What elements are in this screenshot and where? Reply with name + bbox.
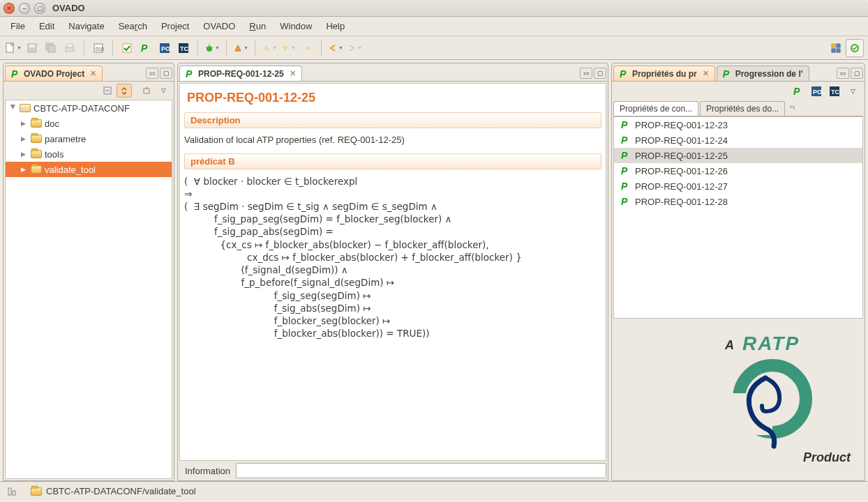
- close-tab-icon[interactable]: ✕: [290, 69, 296, 78]
- tree-item-parametre[interactable]: ▶ parametre: [6, 131, 172, 146]
- property-list-item[interactable]: PPROP-REQ-001-12-23: [614, 117, 862, 132]
- maximize-pane-button[interactable]: ▢: [594, 68, 606, 79]
- menu-help[interactable]: Help: [320, 18, 351, 34]
- menu-window[interactable]: Window: [274, 18, 318, 34]
- svg-point-15: [207, 46, 212, 52]
- save-button: [23, 39, 41, 57]
- close-window-button[interactable]: ✕: [3, 3, 15, 14]
- svg-text:PO: PO: [813, 89, 821, 96]
- more-tabs-label[interactable]: »₁: [786, 101, 798, 112]
- last-edit-button: [298, 39, 316, 57]
- tab-label: Progression de l': [735, 69, 803, 79]
- tree-label: tools: [45, 149, 63, 160]
- property-list-item[interactable]: PPROP-REQ-001-12-28: [614, 194, 862, 209]
- window-titlebar: ✕ – ▢ OVADO: [0, 0, 868, 17]
- logo-ratp: RATP: [742, 333, 800, 355]
- minimize-pane-button[interactable]: ▭: [146, 68, 158, 79]
- tc-button[interactable]: TC: [174, 39, 193, 57]
- twisty-icon[interactable]: ▶: [21, 166, 28, 173]
- twisty-icon[interactable]: ▶: [21, 120, 28, 127]
- property-icon: P: [621, 181, 631, 192]
- tab-label: PROP-REQ-001-12-25: [198, 69, 284, 79]
- property-list-item[interactable]: PPROP-REQ-001-12-24: [614, 132, 862, 148]
- maximize-pane-button[interactable]: ▢: [160, 68, 172, 79]
- nav-down-button: ▼: [279, 39, 297, 57]
- tab-label: OVADO Project: [24, 69, 84, 79]
- tree-label: validate_tool: [45, 165, 96, 175]
- menu-search[interactable]: Search: [112, 18, 154, 34]
- check-button[interactable]: [118, 39, 136, 57]
- subtab-conf-properties[interactable]: Propriétés de con...: [613, 101, 698, 116]
- launch-button[interactable]: ▼: [232, 39, 250, 57]
- new-button[interactable]: ▼: [4, 39, 22, 57]
- tree-item-tools[interactable]: ▶ tools: [6, 146, 172, 162]
- collapse-all-button[interactable]: [100, 84, 115, 98]
- svg-point-19: [309, 47, 311, 49]
- project-tree[interactable]: ▶ CBTC-ATP-DATACONF ▶ doc ▶ parametre ▶ …: [5, 100, 172, 479]
- tab-properties-project[interactable]: P Propriétés du pr ✕: [613, 66, 715, 81]
- tab-ovado-project[interactable]: P OVADO Project ✕: [5, 66, 103, 81]
- status-path-text: CBTC-ATP-DATACONF/validate_tool: [46, 486, 196, 496]
- close-tab-icon[interactable]: ✕: [90, 69, 96, 78]
- forward-button: ▼: [345, 39, 364, 57]
- menu-navigate[interactable]: Navigate: [62, 18, 110, 34]
- property-list-item[interactable]: PPROP-REQ-001-12-25: [614, 148, 862, 163]
- tab-editor[interactable]: P PROP-REQ-001-12-25 ✕: [179, 66, 302, 81]
- focus-task-button[interactable]: [139, 84, 154, 98]
- property-list-label: PROP-REQ-001-12-24: [635, 135, 728, 146]
- tree-item-doc[interactable]: ▶ doc: [6, 116, 172, 131]
- view-menu-button[interactable]: ▽: [156, 84, 171, 98]
- po-button[interactable]: PO: [809, 84, 824, 98]
- info-bar: Information: [179, 462, 606, 479]
- po-button[interactable]: PO: [156, 39, 174, 57]
- minimize-pane-button[interactable]: ▭: [580, 68, 592, 79]
- property-list[interactable]: PPROP-REQ-001-12-23PPROP-REQ-001-12-24PP…: [613, 116, 863, 319]
- info-field[interactable]: [236, 463, 606, 478]
- status-icon[interactable]: [6, 485, 18, 498]
- print-button: [61, 39, 79, 57]
- perspective-green-button[interactable]: [846, 39, 864, 57]
- property-icon: P: [186, 68, 195, 79]
- menu-bar: File Edit Navigate Search Project OVADO …: [0, 17, 868, 36]
- menu-file[interactable]: File: [4, 18, 31, 34]
- menu-ovado[interactable]: OVADO: [197, 18, 241, 34]
- svg-text:TC: TC: [180, 45, 188, 52]
- tc-button[interactable]: TC: [827, 84, 842, 98]
- tree-root[interactable]: ▶ CBTC-ATP-DATACONF: [6, 100, 172, 116]
- tab-progression[interactable]: P Progression de l': [717, 66, 809, 81]
- subtab-data-properties[interactable]: Propriétés des do...: [700, 101, 785, 116]
- menu-project[interactable]: Project: [155, 18, 195, 34]
- logo-a: A: [725, 338, 734, 353]
- status-path: CBTC-ATP-DATACONF/validate_tool: [31, 486, 196, 496]
- property-list-label: PROP-REQ-001-12-25: [635, 151, 728, 161]
- info-label: Information: [179, 466, 236, 476]
- binary-button[interactable]: 010: [89, 39, 107, 57]
- property-icon: P: [621, 135, 631, 146]
- twisty-icon[interactable]: ▶: [21, 135, 28, 142]
- property-list-label: PROP-REQ-001-12-28: [635, 197, 728, 207]
- perspective-button[interactable]: [827, 39, 845, 57]
- bug-button[interactable]: ▼: [203, 39, 221, 57]
- property-list-label: PROP-REQ-001-12-26: [635, 166, 728, 176]
- twisty-icon[interactable]: ▶: [10, 105, 17, 112]
- twisty-icon[interactable]: ▶: [21, 151, 28, 158]
- tree-item-validate-tool[interactable]: ▶ validate_tool: [6, 162, 172, 177]
- maximize-window-button[interactable]: ▢: [34, 3, 45, 14]
- menu-edit[interactable]: Edit: [33, 18, 61, 34]
- menu-run[interactable]: Run: [243, 18, 272, 34]
- view-menu-button[interactable]: ▽: [845, 84, 860, 98]
- prove-button[interactable]: P: [137, 39, 155, 57]
- minimize-pane-button[interactable]: ▭: [837, 68, 849, 79]
- editor-title: PROP-REQ-001-12-25: [180, 84, 606, 109]
- minimize-window-button[interactable]: –: [19, 3, 30, 14]
- back-button[interactable]: ▼: [327, 39, 345, 57]
- link-editor-button[interactable]: [117, 84, 132, 98]
- project-icon: P: [11, 68, 21, 79]
- property-list-item[interactable]: PPROP-REQ-001-12-27: [614, 178, 862, 194]
- predicate-code[interactable]: ( ∀ blocker · blocker ∈ t_blockerexpl ⇒ …: [180, 171, 606, 344]
- property-list-item[interactable]: PPROP-REQ-001-12-26: [614, 163, 862, 178]
- maximize-pane-button[interactable]: ▢: [851, 68, 863, 79]
- svg-rect-3: [29, 45, 35, 47]
- close-tab-icon[interactable]: ✕: [703, 69, 709, 78]
- prove-button[interactable]: P: [791, 84, 806, 98]
